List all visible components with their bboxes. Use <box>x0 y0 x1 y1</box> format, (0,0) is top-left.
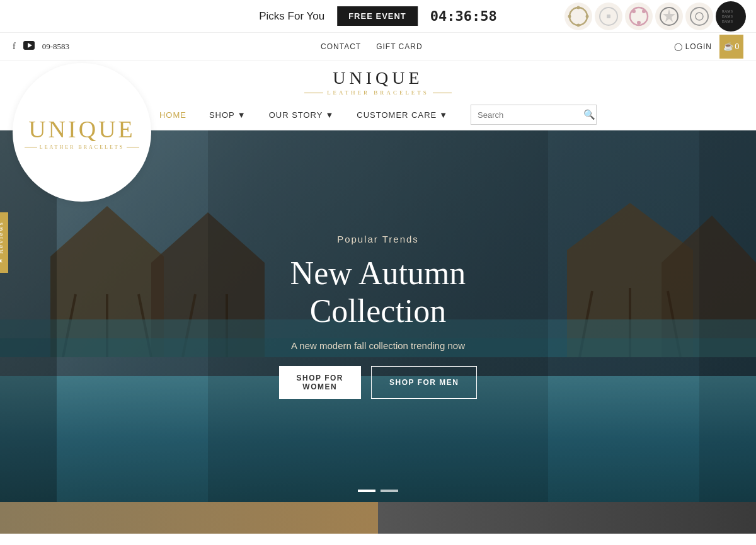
login-label: LOGIN <box>685 42 712 51</box>
header-wrapper: Picks For You FREE EVENT 04:36:58 RAMSBA… <box>0 0 756 130</box>
hero-slide-dots <box>358 490 398 492</box>
nav-our-story[interactable]: OUR STORY ▼ <box>269 110 335 120</box>
preview-left[interactable] <box>0 502 378 534</box>
bracelet-thumb-2[interactable] <box>595 3 622 30</box>
logo-badge: UNIQUE LEATHER BRACELETS <box>13 63 151 202</box>
bottom-preview <box>0 502 756 534</box>
svg-rect-6 <box>607 14 610 18</box>
hero-dot-1[interactable] <box>358 490 375 492</box>
preview-right[interactable] <box>378 502 756 534</box>
svg-point-10 <box>637 21 641 25</box>
contact-link[interactable]: CONTACT <box>321 42 361 51</box>
bracelet-thumb-3[interactable] <box>625 3 653 30</box>
top-bar-center: Picks For You FREE EVENT 04:36:58 <box>259 6 497 26</box>
svg-point-4 <box>568 14 571 18</box>
chevron-down-icon: ▼ <box>238 110 246 120</box>
reviews-label: Reviews <box>0 221 4 254</box>
cart-icon: ☕ <box>723 42 733 51</box>
svg-marker-12 <box>663 9 675 22</box>
person-icon: ◯ <box>674 42 683 51</box>
product-thumbnails: RAMSBAMSBAMS <box>564 1 746 32</box>
hero-label: Popular Trends <box>337 234 419 244</box>
bracelet-thumb-4[interactable] <box>655 3 683 30</box>
svg-text:BAMS: BAMS <box>722 20 733 23</box>
shop-women-button[interactable]: SHOP FORWOMEN <box>279 366 361 399</box>
hero-dot-2[interactable] <box>381 490 398 492</box>
login-link[interactable]: ◯ LOGIN <box>674 42 712 51</box>
hero-title: New Autumn Collection <box>290 255 466 330</box>
top-bar: Picks For You FREE EVENT 04:36:58 RAMSBA… <box>0 0 756 33</box>
svg-point-2 <box>586 14 589 18</box>
svg-point-13 <box>690 8 708 25</box>
nav-home[interactable]: HOME <box>159 110 186 120</box>
picks-label: Picks For You <box>259 10 324 23</box>
badge-sub-text: LEATHER BRACELETS <box>25 144 139 150</box>
phone-number: 09-8583 <box>42 42 69 52</box>
second-bar-right: ◯ LOGIN ☕ 0 <box>674 35 743 59</box>
nav-shop[interactable]: SHOP ▼ <box>209 110 246 120</box>
badge-main-text: UNIQUE <box>28 115 135 143</box>
hero-subtitle: A new modern fall collection trending no… <box>291 340 465 351</box>
svg-text:RAMS: RAMS <box>722 9 733 13</box>
svg-point-9 <box>642 9 646 13</box>
free-event-button[interactable]: FREE EVENT <box>337 6 418 26</box>
cart-count: 0 <box>735 42 739 51</box>
bracelet-thumb-5[interactable] <box>685 3 713 30</box>
logo-center: UNIQUE LEATHER BRACELETS <box>304 68 452 96</box>
svg-point-3 <box>577 23 580 26</box>
logo-sub-text: LEATHER BRACELETS <box>304 89 452 96</box>
second-bar-nav: CONTACT GIFT CARD <box>321 42 423 51</box>
social-links: f 09-8583 <box>13 41 69 52</box>
svg-point-14 <box>696 13 703 20</box>
logo-main-text: UNIQUE <box>304 68 452 88</box>
cart-button[interactable]: ☕ 0 <box>719 35 743 59</box>
svg-point-1 <box>577 6 580 9</box>
second-bar: f 09-8583 CONTACT GIFT CARD ◯ LOGIN ☕ 0 <box>0 33 756 60</box>
chevron-down-icon-2: ▼ <box>325 110 334 120</box>
hero-panel-center: Popular Trends New Autumn Collection A n… <box>208 130 548 502</box>
chevron-down-icon-3: ▼ <box>439 110 448 120</box>
search-input[interactable] <box>478 110 583 120</box>
shop-men-button[interactable]: SHOP FOR MEN <box>371 366 477 399</box>
youtube-icon[interactable] <box>23 41 35 52</box>
countdown-timer: 04:36:58 <box>430 8 497 24</box>
svg-point-0 <box>570 8 587 25</box>
facebook-icon[interactable]: f <box>13 42 16 52</box>
bracelet-thumb-6[interactable]: RAMSBAMSBAMS <box>716 1 746 32</box>
search-button[interactable]: 🔍 <box>583 109 595 120</box>
hero-panel-mid2 <box>548 130 699 502</box>
gift-card-link[interactable]: GIFT CARD <box>376 42 422 51</box>
reviews-tab[interactable]: ★ Reviews <box>0 212 8 273</box>
svg-point-8 <box>632 9 636 13</box>
hero-panel-right <box>699 130 756 502</box>
hero-buttons: SHOP FORWOMEN SHOP FOR MEN <box>279 366 478 399</box>
bracelet-thumb-1[interactable] <box>564 3 592 30</box>
star-icon: ★ <box>0 256 4 264</box>
nav-customer-care[interactable]: CUSTOMER CARE ▼ <box>357 110 448 120</box>
svg-text:BAMS: BAMS <box>722 14 733 18</box>
search-box: 🔍 <box>471 105 597 125</box>
